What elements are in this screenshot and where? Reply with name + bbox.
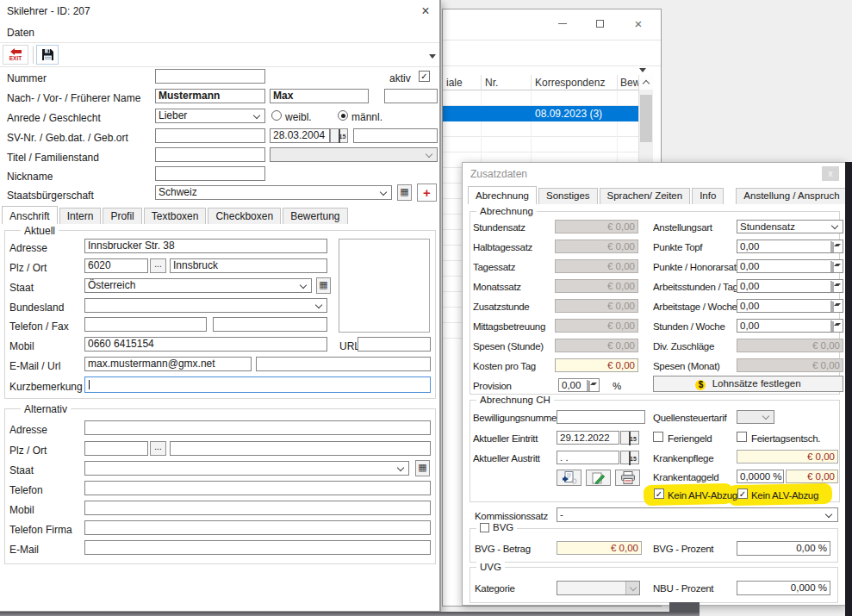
exit-button[interactable]: EXIT <box>3 45 28 65</box>
toolbar-overflow-icon[interactable] <box>429 54 436 59</box>
svnr-input[interactable] <box>155 128 265 143</box>
familienstand-dropdown[interactable] <box>270 147 438 162</box>
tab-abrechnung[interactable]: Abrechnung <box>468 186 537 204</box>
email-input[interactable]: max.mustermann@gmx.net <box>84 357 252 371</box>
plz-input[interactable]: 6020 <box>84 258 148 273</box>
nbu-prozent-field[interactable]: 0,000 % <box>737 581 830 595</box>
staat-dropdown[interactable]: Österreich <box>84 278 312 293</box>
staat-lookup-button[interactable]: ▦ <box>316 277 331 294</box>
frueherer-name-input[interactable] <box>384 89 438 103</box>
punkte-honorarsatz-spinner[interactable]: 0,00 <box>737 259 843 273</box>
tab-intern[interactable]: Intern <box>59 208 102 224</box>
spin-down-icon[interactable] <box>832 321 834 333</box>
titel-input[interactable] <box>155 147 265 162</box>
nachname-input[interactable]: Mustermann <box>155 89 265 103</box>
email2-input[interactable] <box>256 357 431 371</box>
add-nationality-button[interactable]: + <box>417 184 437 202</box>
tab-anstellung-anspruch[interactable]: Anstellung / Anspruch <box>736 188 847 204</box>
feiertagsentsch-checkbox[interactable] <box>737 432 747 442</box>
tab-textboxen[interactable]: Textboxen <box>144 208 207 224</box>
lohnsaetze-festlegen-button[interactable]: $ Lohnsätze festlegen <box>653 376 843 392</box>
gebort-input[interactable] <box>353 128 438 143</box>
bvg-prozent-field[interactable]: 0,00 % <box>737 541 830 556</box>
spin-down-icon[interactable] <box>832 282 834 293</box>
spin-down-icon[interactable] <box>832 242 834 253</box>
provision-spinner[interactable]: 0,00 <box>558 378 600 392</box>
nickname-input[interactable] <box>155 166 265 181</box>
punkte-topf-spinner[interactable]: 0,00 <box>737 240 843 253</box>
spin-down-icon[interactable] <box>832 262 834 273</box>
aktiv-checkbox[interactable]: ✓ <box>419 71 430 82</box>
kein-alv-abzug-checkbox[interactable]: ✓ <box>737 488 748 499</box>
weibl-radio[interactable] <box>271 110 282 121</box>
tab-bewertung[interactable]: Bewertung <box>283 208 347 224</box>
alt-adresse-input[interactable] <box>84 420 431 435</box>
aktueller-austritt-input[interactable]: . . <box>557 451 619 464</box>
kosten-pro-tag-field[interactable]: € 0,00 <box>555 358 638 372</box>
tab-profil[interactable]: Profil <box>103 208 141 224</box>
gebdat-input[interactable]: 28.03.2004 <box>270 128 330 143</box>
tab-checkboxen[interactable]: Checkboxen <box>208 208 281 224</box>
transfer-button[interactable] <box>557 470 581 486</box>
arbeitsstunden-tag-spinner[interactable]: 0,00 <box>737 279 843 293</box>
ort-input[interactable]: Innsbruck <box>170 258 327 273</box>
krankentaggeld-field[interactable]: € 0,00 <box>786 470 838 483</box>
toolbar-overflow-icon[interactable] <box>639 68 646 72</box>
gebdat-calendar-button[interactable]: 15 <box>330 128 348 143</box>
kein-ahv-abzug-checkbox[interactable]: ✓ <box>654 488 664 499</box>
alt-telefon-firma-input[interactable] <box>84 520 431 535</box>
spin-down-icon[interactable] <box>588 381 590 392</box>
anstellungsart-dropdown[interactable]: Stundensatz <box>737 220 843 233</box>
maennl-radio[interactable] <box>338 110 348 121</box>
spin-down-icon[interactable] <box>832 302 834 313</box>
austritt-calendar-button[interactable]: 15 <box>620 451 639 464</box>
close-button[interactable]: x <box>822 166 839 181</box>
tab-info[interactable]: Info <box>692 188 724 204</box>
feriengeld-checkbox[interactable] <box>653 432 663 442</box>
vorname-input[interactable]: Max <box>270 89 369 103</box>
aktueller-eintritt-input[interactable]: 29.12.2022 <box>557 431 619 445</box>
bundesland-dropdown[interactable] <box>84 298 327 313</box>
alt-ort-input[interactable] <box>170 441 431 456</box>
dropdown-arrow-button[interactable] <box>625 582 639 594</box>
tab-sonstiges[interactable]: Sonstiges <box>538 188 598 204</box>
url-input[interactable] <box>358 337 431 352</box>
quellensteuertarif-dropdown[interactable] <box>737 410 774 424</box>
telefon-input[interactable] <box>84 317 207 332</box>
close-button[interactable]: × <box>414 2 438 21</box>
alt-plz-lookup-button[interactable]: ... <box>150 441 166 456</box>
eintritt-calendar-button[interactable]: 15 <box>620 431 639 445</box>
fax-input[interactable] <box>213 317 327 332</box>
scroll-up-button[interactable] <box>639 75 653 90</box>
alt-staat-lookup-button[interactable]: ▦ <box>415 460 430 476</box>
scrollbar-thumb[interactable] <box>640 95 652 142</box>
staatsbuergerschaft-dropdown[interactable]: Schweiz <box>155 185 392 200</box>
plz-lookup-button[interactable]: ... <box>150 258 166 273</box>
column-header-bewertung[interactable]: Bew <box>620 77 640 89</box>
edit-button[interactable] <box>586 470 611 486</box>
tab-sprachen-zeiten[interactable]: Sprachen/ Zeiten <box>600 188 691 204</box>
bvg-checkbox[interactable] <box>480 523 489 532</box>
krankentaggeld-percent-field[interactable]: 0,0000 % <box>737 470 784 483</box>
column-header-korrespondenz[interactable]: Korrespondenz <box>535 77 605 89</box>
stunden-woche-spinner[interactable]: 0,00 <box>737 319 843 333</box>
table-row-selected[interactable]: 08.09.2023 (3) <box>443 106 638 121</box>
anrede-dropdown[interactable]: Lieber <box>155 109 265 123</box>
nummer-input[interactable] <box>155 69 265 84</box>
alt-staat-dropdown[interactable] <box>84 461 409 476</box>
alt-plz-input[interactable] <box>84 441 148 456</box>
kurzbemerkung-input[interactable] <box>84 376 431 393</box>
kategorie-dropdown[interactable] <box>557 581 640 595</box>
maximize-button[interactable] <box>588 14 612 33</box>
arbeitstage-woche-spinner[interactable]: 0,00 <box>737 299 843 313</box>
staatsbuergerschaft-lookup-button[interactable]: ▦ <box>397 184 412 201</box>
print-button[interactable] <box>615 470 640 486</box>
krankenpflege-field[interactable]: € 0,00 <box>737 450 838 464</box>
save-button[interactable] <box>36 45 59 65</box>
column-header-nr[interactable]: Nr. <box>485 77 498 89</box>
bewilligungsnummer-input[interactable] <box>557 410 645 424</box>
tab-anschrift[interactable]: Anschrift <box>2 206 58 224</box>
mobil-input[interactable]: 0660 6415154 <box>84 337 327 352</box>
minimize-button[interactable] <box>550 14 575 33</box>
alt-telefon-input[interactable] <box>84 481 431 495</box>
